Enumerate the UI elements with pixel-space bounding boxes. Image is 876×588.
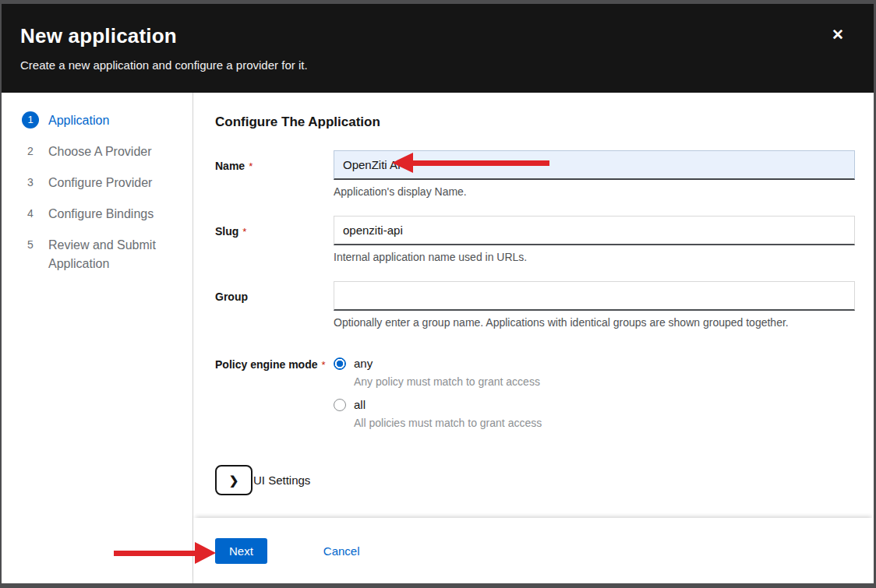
ui-settings-row: ❯ UI Settings [215,465,855,495]
slug-helper: Internal application name used in URLs. [334,251,855,263]
close-button[interactable]: ✕ [828,24,847,45]
step-label: Review and Submit Application [48,236,177,273]
policy-mode-any-radio[interactable]: any [334,357,855,370]
modal-footer: Next Cancel [193,518,874,583]
name-input[interactable] [334,150,855,180]
radio-label-any: any [354,357,373,370]
slug-label: Slug* [215,216,334,263]
wizard-step-review-submit[interactable]: 5 Review and Submit Application [2,230,193,280]
step-number: 1 [22,111,39,129]
wizard-nav: 1 Application 2 Choose A Provider 3 Conf… [2,93,193,583]
modal-header: New application Create a new application… [2,4,874,93]
group-label: Group [215,281,334,329]
modal-body: 1 Application 2 Choose A Provider 3 Conf… [2,93,874,583]
group-input[interactable] [334,281,855,311]
modal-subtitle: Create a new application and configure a… [20,58,855,72]
next-button[interactable]: Next [215,538,267,564]
radio-unchecked-icon [334,399,346,411]
step-number: 4 [22,205,39,222]
step-label: Configure Bindings [48,205,154,224]
ui-settings-label: UI Settings [253,474,310,487]
modal-title: New application [20,23,855,49]
step-number: 2 [22,143,39,160]
wizard-step-choose-provider[interactable]: 2 Choose A Provider [2,136,193,167]
wizard-step-configure-provider[interactable]: 3 Configure Provider [2,167,193,199]
policy-mode-all-helper: All policies must match to grant access [354,417,855,429]
name-field-row: Name* Application's display Name. [215,150,855,198]
group-helper: Optionally enter a group name. Applicati… [334,316,855,329]
close-icon: ✕ [832,26,844,43]
new-application-modal: New application Create a new application… [2,4,874,583]
step-number: 3 [22,174,39,191]
policy-mode-all-radio[interactable]: all [334,398,855,411]
required-asterisk: * [321,359,325,371]
required-asterisk: * [242,226,246,238]
step-label: Configure Provider [48,174,152,192]
radio-label-all: all [354,398,366,411]
wizard-step-application[interactable]: 1 Application [2,105,193,136]
required-asterisk: * [249,160,253,172]
policy-engine-mode-row: Policy engine mode* any Any policy must … [215,357,855,439]
content-heading: Configure The Application [215,114,855,130]
policy-mode-any-helper: Any policy must match to grant access [354,375,855,388]
radio-checked-icon [334,357,346,370]
chevron-right-icon: ❯ [229,474,239,488]
slug-input[interactable] [334,216,855,245]
name-helper: Application's display Name. [334,185,855,198]
wizard-step-configure-bindings[interactable]: 4 Configure Bindings [2,199,193,230]
name-label: Name* [215,150,334,198]
cancel-button[interactable]: Cancel [319,538,365,558]
wizard-main: Configure The Application Name* Applicat… [193,93,874,583]
wizard-content: Configure The Application Name* Applicat… [193,93,874,518]
slug-field-row: Slug* Internal application name used in … [215,216,855,263]
policy-engine-mode-label: Policy engine mode* [215,357,334,439]
step-label: Choose A Provider [48,143,152,161]
step-label: Application [48,111,109,130]
ui-settings-expand-button[interactable]: ❯ [215,465,253,495]
step-number: 5 [22,236,39,253]
group-field-row: Group Optionally enter a group name. App… [215,281,855,329]
